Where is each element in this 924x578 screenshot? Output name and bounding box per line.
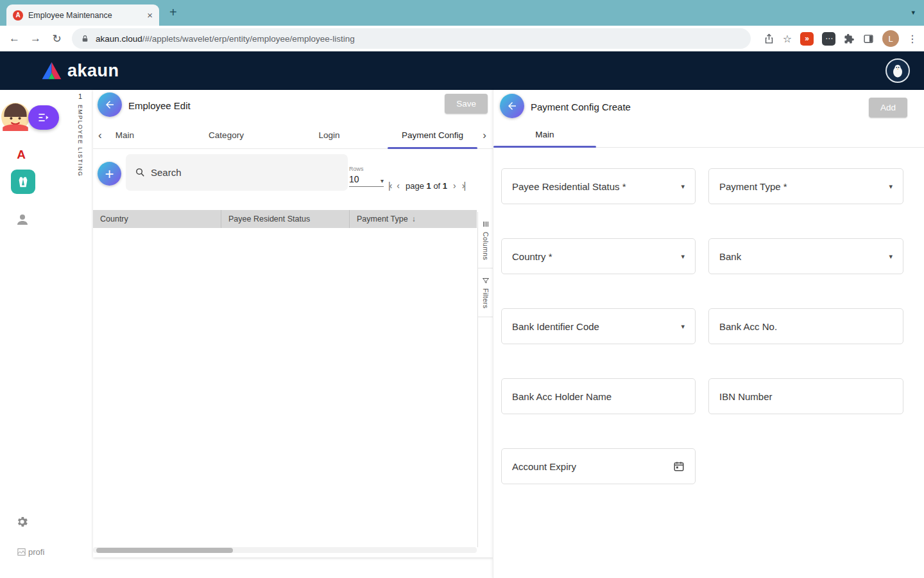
payment-config-create-panel: Payment Config Create Add Main Payee Res… bbox=[493, 90, 924, 578]
tabs-scroll-right-icon[interactable]: › bbox=[483, 122, 486, 148]
tab-main[interactable]: Main bbox=[107, 122, 142, 148]
share-icon[interactable] bbox=[764, 33, 774, 44]
settings-gear-icon[interactable] bbox=[15, 515, 29, 529]
employee-listing-vertical-tab[interactable]: 1 EMPLOYEE LISTING bbox=[77, 92, 83, 177]
reload-icon[interactable]: ↻ bbox=[46, 32, 67, 46]
employee-edit-panel: Employee Edit Save ‹ Main Category Login… bbox=[93, 90, 493, 557]
prev-page-icon[interactable]: ‹ bbox=[397, 180, 400, 191]
add-button[interactable]: Add bbox=[869, 98, 907, 118]
pagination: |‹ ‹ page 1 of 1 › ›| bbox=[388, 177, 465, 194]
columns-tool-label: Columns bbox=[482, 232, 490, 260]
last-page-icon[interactable]: ›| bbox=[462, 180, 465, 191]
lock-icon bbox=[81, 35, 89, 43]
browser-menu-icon[interactable]: ⋮ bbox=[907, 33, 918, 45]
horizontal-scrollbar[interactable] bbox=[93, 547, 477, 553]
extension-dark-icon[interactable]: ⋯ bbox=[822, 32, 835, 46]
panel-title: Payment Config Create bbox=[531, 101, 631, 112]
caret-down-icon: ▾ bbox=[889, 252, 893, 261]
extension-red-icon[interactable]: » bbox=[800, 32, 814, 46]
broken-image-alt-text: profi bbox=[28, 547, 44, 557]
browser-url-bar: ← → ↻ akaun.cloud/#/applets/wavelet/erp/… bbox=[0, 26, 924, 51]
app-sidebar: A profi bbox=[0, 90, 48, 578]
new-tab-button[interactable]: + bbox=[169, 5, 177, 20]
arrow-back-icon bbox=[104, 99, 116, 110]
field-country[interactable]: Country * ▾ bbox=[501, 238, 696, 274]
caret-down-icon: ▾ bbox=[681, 322, 685, 331]
page-indicator: page 1 of 1 bbox=[406, 181, 447, 191]
field-bank-acc-holder-name[interactable]: Bank Acc Holder Name bbox=[501, 378, 696, 414]
tab-main[interactable]: Main bbox=[493, 122, 596, 147]
save-button[interactable]: Save bbox=[445, 94, 488, 114]
pdf-applet-icon[interactable]: A bbox=[13, 146, 30, 163]
caret-down-icon: ▾ bbox=[889, 182, 893, 191]
column-country[interactable]: Country bbox=[93, 210, 221, 228]
field-bank-identifier-code[interactable]: Bank Identifier Code ▾ bbox=[501, 308, 696, 344]
side-panel-icon[interactable] bbox=[863, 33, 874, 44]
browser-profile-avatar[interactable]: L bbox=[882, 30, 899, 47]
field-payee-residential-status[interactable]: Payee Residential Status * ▾ bbox=[501, 168, 696, 204]
rows-label: Rows bbox=[349, 166, 384, 172]
tab-close-icon[interactable]: × bbox=[147, 10, 153, 21]
caret-down-icon: ▾ bbox=[681, 182, 685, 191]
filters-tool[interactable]: Filters bbox=[478, 268, 493, 317]
field-bank-acc-no[interactable]: Bank Acc No. bbox=[708, 308, 903, 344]
column-payment-type[interactable]: Payment Type ↓ bbox=[350, 210, 477, 228]
brand-name: akaun bbox=[67, 61, 119, 81]
extensions-puzzle-icon[interactable] bbox=[844, 33, 855, 44]
address-bar[interactable]: akaun.cloud/#/applets/wavelet/erp/entity… bbox=[72, 28, 751, 49]
filters-tool-label: Filters bbox=[482, 288, 490, 308]
caret-down-icon: ▾ bbox=[381, 177, 384, 184]
field-bank[interactable]: Bank ▾ bbox=[708, 238, 903, 274]
panel-title: Employee Edit bbox=[128, 100, 191, 111]
payment-config-tabs: Main bbox=[493, 122, 924, 148]
calendar-icon[interactable] bbox=[673, 460, 685, 472]
broken-profile-image: profi bbox=[17, 547, 44, 557]
user-avatar[interactable] bbox=[886, 58, 910, 83]
back-button[interactable] bbox=[500, 94, 524, 118]
scrollbar-thumb[interactable] bbox=[96, 548, 233, 553]
filter-funnel-icon bbox=[482, 277, 490, 285]
field-account-expiry[interactable]: Account Expiry bbox=[501, 448, 696, 484]
search-input[interactable]: Search bbox=[126, 154, 348, 191]
tab-title: Employee Maintenance bbox=[28, 11, 143, 20]
caret-down-icon: ▾ bbox=[681, 252, 685, 261]
first-page-icon[interactable]: |‹ bbox=[388, 180, 391, 191]
rows-select[interactable]: 10 ▾ bbox=[349, 174, 384, 187]
next-page-icon[interactable]: › bbox=[453, 180, 456, 191]
tab-payment-config[interactable]: Payment Config bbox=[388, 122, 477, 148]
tab-category[interactable]: Category bbox=[202, 122, 250, 148]
forward-icon[interactable]: → bbox=[25, 32, 46, 45]
tab-search-icon[interactable]: ▾ bbox=[911, 8, 915, 17]
columns-tool[interactable]: Columns bbox=[478, 212, 493, 268]
back-icon[interactable]: ← bbox=[4, 32, 25, 45]
url-text: akaun.cloud/#/applets/wavelet/erp/entity… bbox=[96, 34, 355, 44]
employee-applet-icon[interactable] bbox=[11, 170, 35, 194]
browser-tab[interactable]: A Employee Maintenance × bbox=[6, 4, 159, 26]
columns-icon bbox=[482, 220, 490, 228]
vest-icon bbox=[16, 175, 30, 189]
app-navbar: akaun bbox=[0, 51, 924, 90]
brand-logo[interactable]: akaun bbox=[41, 61, 119, 81]
broken-image-icon bbox=[17, 547, 26, 557]
listing-tab-label: EMPLOYEE LISTING bbox=[77, 105, 83, 177]
rows-per-page[interactable]: Rows 10 ▾ bbox=[349, 166, 384, 187]
table-side-tools: Columns Filters bbox=[477, 212, 493, 547]
sort-desc-icon[interactable]: ↓ bbox=[412, 215, 416, 223]
add-record-button[interactable]: + bbox=[98, 162, 121, 186]
tabs-scroll-left-icon[interactable]: ‹ bbox=[98, 122, 102, 148]
main-content: 1 EMPLOYEE LISTING Employee Edit Save ‹ … bbox=[48, 90, 924, 578]
bookmark-star-icon[interactable]: ☆ bbox=[783, 33, 792, 45]
field-payment-type[interactable]: Payment Type * ▾ bbox=[708, 168, 903, 204]
field-ibn-number[interactable]: IBN Number bbox=[708, 378, 903, 414]
back-button[interactable] bbox=[98, 92, 122, 117]
akaun-triangle-icon bbox=[41, 61, 62, 80]
tab-login[interactable]: Login bbox=[310, 122, 348, 148]
listing-tab-index: 1 bbox=[78, 92, 82, 100]
sidebar-user-avatar[interactable] bbox=[1, 103, 30, 131]
browser-tab-strip: A Employee Maintenance × + ▾ bbox=[0, 0, 924, 26]
column-payee-resident-status[interactable]: Payee Resident Status bbox=[221, 210, 350, 228]
search-icon bbox=[135, 167, 146, 178]
person-applet-icon[interactable] bbox=[15, 212, 30, 227]
plus-icon: + bbox=[105, 165, 114, 183]
app-body: A profi 1 EMPLOYEE LISTING bbox=[0, 90, 924, 578]
